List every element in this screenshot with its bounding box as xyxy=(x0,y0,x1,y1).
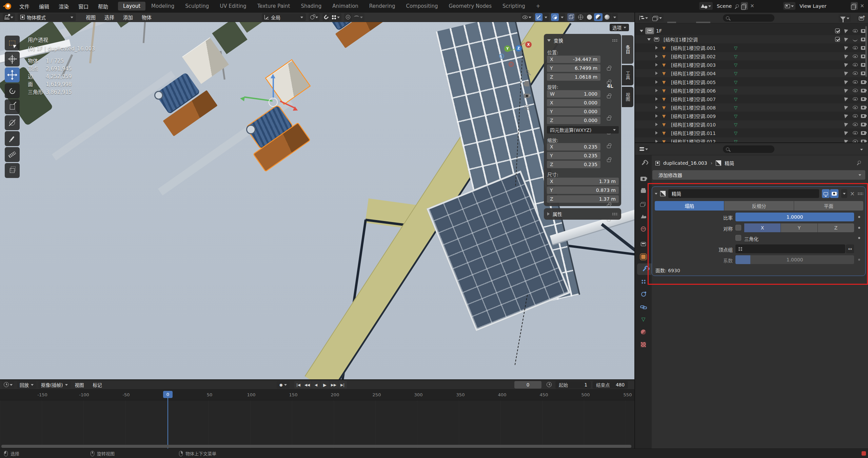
dimension-y-field[interactable]: Y0.873 m xyxy=(547,186,619,194)
animate-dot-icon[interactable] xyxy=(858,216,860,218)
stopwatch-icon[interactable] xyxy=(547,382,552,387)
tab-scene[interactable] xyxy=(635,211,652,222)
play-reverse-button[interactable]: ◀ xyxy=(312,381,320,389)
expander-icon[interactable] xyxy=(655,55,658,58)
lock-icon[interactable] xyxy=(607,145,611,148)
selectable-icon[interactable] xyxy=(844,54,848,59)
frame-end-field[interactable]: 结束点 480 xyxy=(593,381,628,389)
modifier-name-field[interactable]: 精简 xyxy=(668,189,819,198)
pivot-point-button[interactable] xyxy=(309,13,320,21)
collection-checkbox[interactable] xyxy=(835,37,840,42)
overlays-toggle[interactable] xyxy=(551,13,559,21)
visibility-dropdown[interactable] xyxy=(521,13,533,21)
shading-solid-button[interactable] xyxy=(585,13,594,21)
selectable-icon[interactable] xyxy=(844,114,848,118)
menu-render[interactable]: 渲染 xyxy=(54,0,74,13)
pin-icon[interactable] xyxy=(857,160,862,164)
new-collection-button[interactable]: + xyxy=(857,14,866,22)
eye-icon[interactable] xyxy=(853,123,858,126)
factor-slider[interactable]: 1.0000 xyxy=(735,255,854,264)
selectable-icon[interactable] xyxy=(844,62,848,67)
camera-visibility-icon[interactable] xyxy=(861,123,866,126)
snap-target-dropdown[interactable] xyxy=(330,13,341,21)
current-frame-field[interactable]: 0 xyxy=(514,381,541,389)
lock-icon[interactable] xyxy=(607,204,611,207)
workspace-tab-animation[interactable]: Animation xyxy=(327,2,363,11)
workspace-tab-layout[interactable]: Layout xyxy=(118,2,145,11)
scale-y-field[interactable]: Y0.235 xyxy=(547,152,600,159)
camera-visibility-icon[interactable] xyxy=(861,80,866,84)
expander-icon[interactable] xyxy=(655,63,658,66)
expander-icon[interactable] xyxy=(655,97,658,101)
expander-icon[interactable] xyxy=(655,89,658,92)
play-button[interactable]: ▶ xyxy=(321,381,329,389)
proportional-editing-button[interactable] xyxy=(344,13,352,21)
tool-rotate[interactable] xyxy=(5,83,20,98)
eye-icon[interactable] xyxy=(853,97,858,101)
tool-scale[interactable] xyxy=(5,99,20,114)
collapse-icon[interactable] xyxy=(547,39,551,42)
camera-view-icon[interactable] xyxy=(524,94,530,98)
tab-particles[interactable] xyxy=(635,276,652,287)
keying-menu[interactable]: 抠像(插帧) xyxy=(38,381,71,389)
expander-icon[interactable] xyxy=(655,123,658,126)
add-modifier-button[interactable]: 添加修改器 xyxy=(652,170,865,180)
tool-move[interactable] xyxy=(5,67,20,82)
rotation-z-field[interactable]: Z0.000 xyxy=(547,117,600,124)
timeline-view-menu[interactable]: 视图 xyxy=(71,381,88,388)
selectable-icon[interactable] xyxy=(844,80,848,84)
breadcrumb-modifier[interactable]: 精简 xyxy=(725,160,734,166)
tab-collapse[interactable]: 塌陷 xyxy=(655,201,724,211)
tool-annotate[interactable] xyxy=(5,131,20,146)
copy-scene-button[interactable] xyxy=(741,2,748,10)
axis-x-button[interactable]: X xyxy=(744,223,781,232)
tab-view-layer[interactable] xyxy=(635,198,652,210)
auto-keyframe-button[interactable]: ● xyxy=(277,381,290,389)
location-x-field[interactable]: X-34.447 m xyxy=(547,56,600,63)
scene-icon[interactable] xyxy=(699,2,713,10)
workspace-tab-modeling[interactable]: Modeling xyxy=(146,2,179,11)
selectable-icon[interactable] xyxy=(844,28,848,33)
animate-dot-icon[interactable] xyxy=(858,259,860,261)
eye-icon[interactable] xyxy=(853,63,858,66)
location-y-field[interactable]: Y6.7499 m xyxy=(547,64,600,72)
falloff-dropdown[interactable] xyxy=(352,13,364,21)
close-icon[interactable]: × xyxy=(860,3,864,8)
expander-icon[interactable] xyxy=(655,106,658,109)
selectable-icon[interactable] xyxy=(844,131,848,135)
tool-add-cube[interactable] xyxy=(5,163,20,178)
workspace-tab-shading[interactable]: Shading xyxy=(296,2,327,11)
lock-icon[interactable] xyxy=(607,117,611,120)
rotation-mode-dropdown[interactable]: 四元数运算(WXYZ) xyxy=(547,126,619,134)
eye-icon[interactable] xyxy=(853,80,858,84)
menu-edit[interactable]: 编辑 xyxy=(34,0,54,13)
tab-render[interactable] xyxy=(635,173,652,184)
eye-closed-icon[interactable] xyxy=(853,39,857,41)
display-render-toggle[interactable] xyxy=(830,189,839,198)
menu-file[interactable]: 文件 xyxy=(15,0,34,13)
expander-icon[interactable] xyxy=(655,131,658,135)
viewport-menu-view[interactable]: 视图 xyxy=(81,14,100,21)
viewport-menu-select[interactable]: 选择 xyxy=(100,14,119,21)
delete-modifier-button[interactable]: × xyxy=(850,191,855,197)
eye-icon[interactable] xyxy=(853,46,858,49)
workspace-tab-compositing[interactable]: Compositing xyxy=(401,2,443,11)
expander-icon[interactable] xyxy=(647,38,651,41)
options-dropdown[interactable]: 选项 xyxy=(610,24,629,31)
collection-name[interactable]: 1F xyxy=(656,28,662,34)
vertex-group-field[interactable] xyxy=(735,244,845,253)
lock-icon[interactable] xyxy=(607,67,611,71)
camera-visibility-icon[interactable] xyxy=(861,131,866,135)
invert-vertex-group-button[interactable]: ↔ xyxy=(846,244,854,253)
expander-icon[interactable] xyxy=(655,72,658,75)
expander-icon[interactable] xyxy=(655,114,658,118)
lock-icon[interactable] xyxy=(607,159,611,162)
pin-icon[interactable] xyxy=(735,4,739,8)
triangulate-checkbox[interactable] xyxy=(735,235,741,241)
object-name[interactable]: [结构][1楼]空调.004 xyxy=(671,70,716,77)
timeline-scrollbar[interactable] xyxy=(1,445,631,448)
orientation-dropdown[interactable]: 全局 xyxy=(262,13,306,21)
tab-output[interactable] xyxy=(635,185,652,197)
item-properties-panel[interactable]: 属性 xyxy=(544,208,621,220)
shading-material-button[interactable] xyxy=(594,13,603,21)
